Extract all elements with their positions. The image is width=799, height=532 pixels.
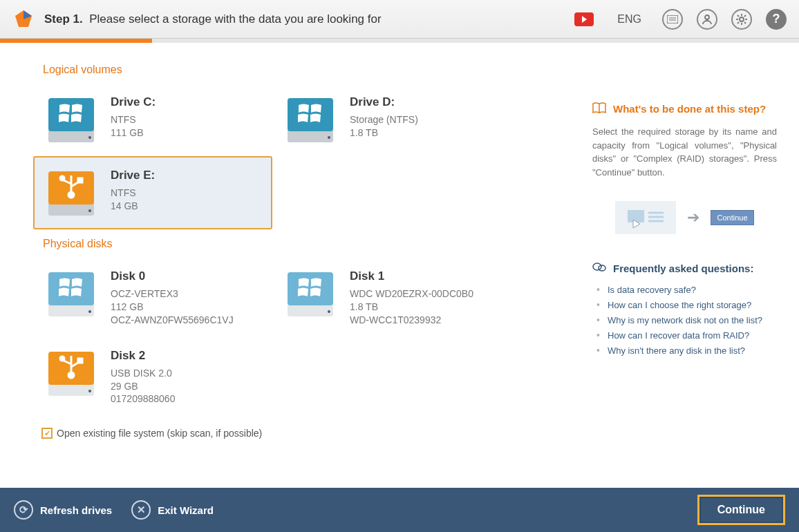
drive-fs: NTFS xyxy=(111,113,156,126)
physical-disk-item[interactable]: Disk 0OCZ-VERTEX3112 GBOCZ-AWNZ0FW55696C… xyxy=(33,257,272,336)
disk-serial: 017209888060 xyxy=(111,392,175,406)
logical-drive-item[interactable]: Drive C:NTFS111 GB xyxy=(33,83,272,156)
disk-serial: WD-WCC1T0239932 xyxy=(350,314,473,327)
continue-button[interactable]: Continue xyxy=(697,495,785,525)
logical-drive-item[interactable]: Drive D:Storage (NTFS)1.8 TB xyxy=(272,83,511,156)
svg-point-44 xyxy=(88,390,91,392)
disk-model: USB DISK 2.0 xyxy=(111,367,175,380)
drive-fs: Storage (NTFS) xyxy=(350,113,418,126)
svg-rect-45 xyxy=(628,210,644,222)
faq-link[interactable]: Why is my network disk not on the list? xyxy=(608,315,762,325)
faq-list: Is data recovery safe?How can I choose t… xyxy=(592,282,777,358)
svg-point-17 xyxy=(88,136,91,139)
svg-rect-2 xyxy=(667,15,678,23)
help-panel: What's to be done at this step? Select t… xyxy=(592,59,799,482)
chat-icon xyxy=(592,262,606,275)
physical-disk-item[interactable]: Disk 1WDC WD20EZRX-00DC0B01.8 TBWD-WCC1T… xyxy=(272,257,511,336)
disk-model: OCZ-VERTEX3 xyxy=(111,287,234,301)
svg-point-5 xyxy=(705,15,709,19)
disk-name: Disk 1 xyxy=(350,269,473,283)
disk-icon xyxy=(283,267,337,321)
panel-text: Select the required storage by its name … xyxy=(592,125,777,179)
disk-name: Disk 2 xyxy=(111,349,175,363)
user-icon[interactable] xyxy=(697,9,717,30)
svg-point-32 xyxy=(88,310,91,313)
exit-label: Exit Wizard xyxy=(158,504,214,516)
svg-line-13 xyxy=(737,22,739,23)
svg-line-12 xyxy=(744,22,746,23)
svg-point-50 xyxy=(593,263,601,270)
svg-line-11 xyxy=(737,15,739,17)
faq-title-row: Frequently asked questions: xyxy=(592,262,777,275)
drive-size: 1.8 TB xyxy=(350,126,418,140)
drive-name: Drive E: xyxy=(111,169,155,182)
youtube-icon[interactable] xyxy=(574,12,594,26)
svg-line-14 xyxy=(744,15,746,17)
panel-title: What's to be done at this step? xyxy=(613,103,766,115)
svg-point-27 xyxy=(60,176,64,180)
drive-size: 14 GB xyxy=(111,200,155,213)
svg-point-6 xyxy=(740,17,744,21)
panel-title-row: What's to be done at this step? xyxy=(592,102,777,115)
step-title: Step 1. Please select a storage with the… xyxy=(44,12,382,26)
faq-item: Is data recovery safe? xyxy=(592,282,777,297)
step-text: Please select a storage with the data yo… xyxy=(89,12,381,26)
disk-icon xyxy=(44,267,98,321)
faq-link[interactable]: How can I choose the right storage? xyxy=(608,300,751,310)
exit-wizard-button[interactable]: ✕ Exit Wizard xyxy=(131,500,214,520)
panel-illustration: ➔ Continue xyxy=(592,201,777,234)
app-logo-icon xyxy=(12,8,35,30)
continue-label: Continue xyxy=(717,504,765,515)
checkbox-icon: ✔ xyxy=(41,428,53,439)
drive-icon xyxy=(283,93,337,146)
drive-name: Drive C: xyxy=(111,95,156,109)
faq-link[interactable]: Why isn't there any disk in the list? xyxy=(608,345,745,356)
drive-icon xyxy=(44,166,98,220)
close-icon: ✕ xyxy=(131,500,151,520)
book-icon xyxy=(592,102,606,115)
svg-rect-28 xyxy=(78,178,82,182)
illus-storage-icon xyxy=(615,201,676,234)
svg-point-35 xyxy=(328,310,330,313)
language-selector[interactable]: ENG xyxy=(617,13,641,26)
arrow-right-icon: ➔ xyxy=(687,209,699,227)
illus-continue-button: Continue xyxy=(711,210,753,225)
refresh-icon: ⟳ xyxy=(14,500,33,520)
help-icon[interactable]: ? xyxy=(766,9,787,30)
faq-link[interactable]: Is data recovery safe? xyxy=(608,285,696,295)
disk-name: Disk 0 xyxy=(111,269,234,283)
disk-serial: OCZ-AWNZ0FW55696C1VJ xyxy=(111,314,234,327)
disk-size: 29 GB xyxy=(111,380,175,393)
svg-rect-43 xyxy=(78,359,82,363)
drive-icon xyxy=(44,93,98,146)
refresh-label: Refresh drives xyxy=(40,504,112,516)
section-physical-title: Physical disks xyxy=(43,238,571,250)
disk-size: 112 GB xyxy=(111,301,234,314)
svg-point-29 xyxy=(88,209,91,212)
storage-list: Logical volumes Drive C:NTFS111 GBDrive … xyxy=(33,59,592,482)
open-existing-checkbox[interactable]: ✔ Open existing file system (skip scan, … xyxy=(41,428,571,439)
section-logical-title: Logical volumes xyxy=(43,64,571,76)
keyboard-icon[interactable] xyxy=(662,9,683,30)
drive-fs: NTFS xyxy=(111,187,155,200)
faq-item: How can I recover data from RAID? xyxy=(592,327,777,343)
svg-point-51 xyxy=(599,265,605,271)
gear-icon[interactable] xyxy=(731,9,752,30)
faq-item: Why is my network disk not on the list? xyxy=(592,312,777,327)
drive-size: 111 GB xyxy=(111,126,156,140)
refresh-button[interactable]: ⟳ Refresh drives xyxy=(14,500,112,520)
faq-item: Why isn't there any disk in the list? xyxy=(592,343,777,358)
footer: ⟳ Refresh drives ✕ Exit Wizard Continue xyxy=(0,488,799,532)
faq-title: Frequently asked questions: xyxy=(613,263,753,274)
open-existing-label: Open existing file system (skip scan, if… xyxy=(57,428,262,439)
header: Step 1. Please select a storage with the… xyxy=(0,0,799,39)
faq-link[interactable]: How can I recover data from RAID? xyxy=(608,330,749,341)
disk-icon xyxy=(44,346,98,400)
faq-item: How can I choose the right storage? xyxy=(592,297,777,312)
disk-size: 1.8 TB xyxy=(350,301,473,314)
svg-point-20 xyxy=(328,136,330,139)
logical-drive-item[interactable]: Drive E:NTFS14 GB xyxy=(33,156,272,229)
disk-model: WDC WD20EZRX-00DC0B0 xyxy=(350,287,473,301)
physical-disk-item[interactable]: Disk 2USB DISK 2.029 GB017209888060 xyxy=(33,336,272,416)
step-prefix: Step 1. xyxy=(44,12,83,26)
